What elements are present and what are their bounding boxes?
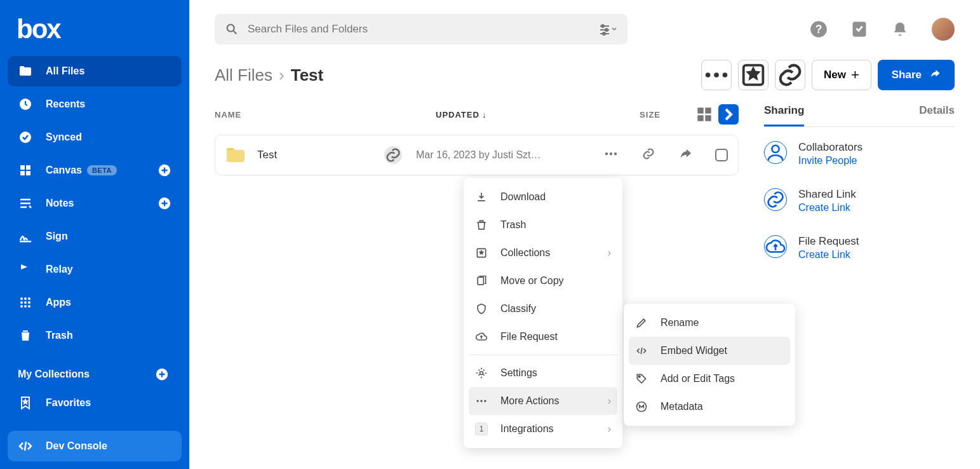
menu-divider	[469, 355, 617, 355]
panel-toggle-button[interactable]	[718, 104, 739, 125]
file-row[interactable]: Test Mar 16, 2023 by Justi Szt…	[215, 135, 739, 175]
brand-text: box	[17, 14, 173, 44]
svg-point-40	[477, 400, 479, 402]
add-collection-icon[interactable]	[155, 367, 169, 381]
submenu-metadata[interactable]: Metadata	[629, 393, 790, 421]
tag-icon	[635, 372, 648, 385]
person-icon	[764, 141, 787, 164]
menu-classify[interactable]: Classify	[469, 295, 617, 323]
svg-point-35	[614, 153, 617, 155]
add-icon[interactable]	[158, 163, 171, 177]
svg-point-27	[723, 72, 728, 78]
collection-button[interactable]	[738, 60, 769, 90]
folder-icon	[18, 64, 33, 79]
new-button[interactable]: New +	[812, 60, 871, 90]
sidebar-item-trash[interactable]: Trash	[8, 320, 182, 351]
svg-rect-38	[478, 277, 483, 285]
link-button[interactable]	[775, 60, 805, 90]
cloud-upload-icon	[764, 235, 787, 258]
search-icon	[225, 22, 239, 36]
menu-file-request[interactable]: File Request	[469, 323, 617, 351]
tasks-icon[interactable]	[850, 20, 868, 38]
more-options-button[interactable]	[701, 60, 732, 90]
menu-collections[interactable]: Collections›	[469, 239, 617, 267]
menu-download[interactable]: Download	[469, 183, 617, 211]
bell-icon[interactable]	[891, 20, 909, 38]
sidebar-item-canvas[interactable]: Canvas BETA	[8, 155, 182, 186]
svg-rect-29	[697, 107, 703, 113]
svg-point-26	[714, 72, 719, 78]
sidebar-item-sign[interactable]: Sign	[8, 221, 182, 252]
plus-icon: +	[851, 67, 859, 83]
submenu-embed-widget[interactable]: Embed Widget	[629, 337, 790, 365]
chevron-right-icon: ›	[608, 395, 611, 407]
share-arrow-icon	[929, 68, 941, 83]
tab-sharing[interactable]: Sharing	[764, 104, 804, 126]
svg-point-15	[24, 305, 27, 308]
breadcrumb: All Files › Test	[215, 65, 323, 85]
menu-move-copy[interactable]: Move or Copy	[469, 267, 617, 295]
submenu-rename[interactable]: Rename	[629, 309, 790, 337]
file-name[interactable]: Test	[257, 149, 384, 161]
link-chip-icon[interactable]	[384, 146, 402, 164]
sidebar-item-notes[interactable]: Notes	[8, 188, 182, 219]
row-link-icon[interactable]	[641, 147, 655, 163]
breadcrumb-root[interactable]: All Files	[215, 65, 272, 85]
sidebar-item-relay[interactable]: Relay	[8, 254, 182, 285]
sidebar-item-label: All Files	[46, 65, 84, 77]
svg-point-21	[603, 32, 605, 35]
column-updated[interactable]: UPDATED ↓	[436, 110, 597, 119]
row-more-icon[interactable]	[603, 146, 619, 164]
panel-file-request: File Request Create Link	[764, 221, 955, 268]
dev-console-button[interactable]: Dev Console	[8, 431, 182, 461]
tab-details[interactable]: Details	[919, 104, 955, 126]
share-button[interactable]: Share	[878, 60, 955, 90]
table-header: NAME UPDATED ↓ SIZE	[215, 104, 739, 135]
menu-settings[interactable]: Settings	[469, 359, 617, 387]
invite-people-link[interactable]: Invite People	[798, 155, 863, 167]
submenu-add-edit-tags[interactable]: Add or Edit Tags	[629, 365, 790, 393]
svg-point-42	[484, 400, 486, 402]
collections-header: My Collections	[0, 361, 189, 388]
topbar: ?	[189, 0, 980, 44]
sort-down-icon: ↓	[482, 110, 487, 119]
svg-point-12	[24, 301, 27, 304]
add-icon[interactable]	[158, 196, 171, 210]
create-request-link[interactable]: Create Link	[798, 249, 859, 261]
link-circle-icon	[764, 188, 787, 211]
sidebar-item-all-files[interactable]: All Files	[8, 56, 182, 86]
filter-icon[interactable]	[598, 22, 617, 37]
sidebar-item-recents[interactable]: Recents	[8, 89, 182, 119]
code-icon	[18, 438, 33, 454]
row-share-icon[interactable]	[678, 147, 692, 163]
grid-view-button[interactable]	[694, 104, 715, 125]
collection-icon	[475, 247, 488, 259]
menu-integrations[interactable]: 1Integrations›	[469, 415, 617, 443]
ellipsis-icon	[475, 395, 488, 407]
sidebar-item-label: Favorites	[46, 397, 91, 409]
svg-point-36	[772, 146, 779, 153]
row-checkbox[interactable]	[715, 149, 728, 161]
user-avatar[interactable]	[932, 18, 955, 41]
create-shared-link[interactable]: Create Link	[798, 202, 856, 214]
column-name[interactable]: NAME	[215, 110, 436, 119]
breadcrumb-current: Test	[291, 65, 324, 85]
column-size[interactable]: SIZE	[597, 110, 661, 119]
sidebar-item-apps[interactable]: Apps	[8, 287, 182, 318]
new-button-label: New	[824, 69, 846, 81]
menu-more-actions[interactable]: More Actions›	[469, 387, 617, 415]
svg-point-25	[706, 72, 711, 78]
svg-point-33	[605, 153, 608, 155]
menu-trash[interactable]: Trash	[469, 211, 617, 239]
svg-point-39	[480, 372, 483, 375]
search-input[interactable]	[248, 23, 592, 36]
shared-link-title: Shared Link	[798, 188, 856, 201]
svg-rect-2	[20, 165, 25, 170]
sidebar-item-favorites[interactable]: Favorites	[8, 388, 182, 418]
brand-logo[interactable]: box	[0, 8, 189, 56]
help-icon[interactable]: ?	[810, 20, 828, 38]
search-box[interactable]	[215, 14, 628, 44]
sidebar-item-label: Recents	[46, 99, 85, 110]
folder-icon	[225, 146, 246, 164]
sidebar-item-synced[interactable]: Synced	[8, 122, 182, 153]
